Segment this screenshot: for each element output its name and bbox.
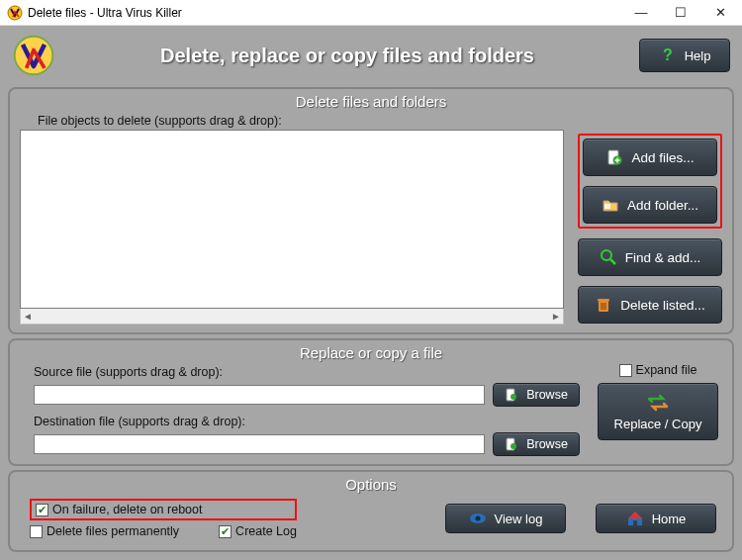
source-file-label: Source file (supports drag & drop): xyxy=(34,365,580,379)
checkbox-checked-icon: ✔ xyxy=(219,525,232,538)
dest-file-label: Destination file (supports drag & drop): xyxy=(34,415,580,428)
options-panel-title: Options xyxy=(20,476,722,493)
close-button[interactable]: ✕ xyxy=(700,1,740,25)
svg-point-6 xyxy=(602,250,611,260)
replace-panel-title: Replace or copy a file xyxy=(20,344,722,361)
replace-copy-label: Replace / Copy xyxy=(614,417,702,431)
svg-line-7 xyxy=(610,259,615,264)
svg-point-1 xyxy=(15,37,53,75)
home-label: Home xyxy=(652,512,687,526)
delete-files-panel: Delete files and folders File objects to… xyxy=(8,87,734,334)
dest-file-input[interactable] xyxy=(34,434,485,454)
add-buttons-highlight: Add files... Add folder... xyxy=(578,134,722,229)
title-bar: Delete files - Ultra Virus Killer — ☐ ✕ xyxy=(0,0,742,26)
home-icon xyxy=(626,511,644,526)
svg-point-15 xyxy=(510,394,516,400)
file-icon xyxy=(505,437,518,451)
create-log-checkbox[interactable]: ✔ Create Log xyxy=(219,524,297,538)
browse-dest-label: Browse xyxy=(526,437,568,451)
replace-copy-button[interactable]: Replace / Copy xyxy=(598,383,718,440)
view-log-button[interactable]: View log xyxy=(445,504,566,533)
app-logo-icon xyxy=(12,34,55,77)
delete-permanently-label: Delete files permanently xyxy=(46,524,179,538)
file-objects-list[interactable] xyxy=(20,130,564,309)
help-icon: ? xyxy=(659,47,677,64)
svg-rect-9 xyxy=(598,299,609,302)
replace-arrows-icon xyxy=(645,393,671,413)
svg-point-17 xyxy=(510,443,516,449)
help-button-label: Help xyxy=(685,48,711,63)
maximize-button[interactable]: ☐ xyxy=(661,1,700,25)
search-icon xyxy=(600,248,617,266)
find-add-label: Find & add... xyxy=(625,250,701,265)
home-button[interactable]: Home xyxy=(596,504,716,533)
header: Delete, replace or copy files and folder… xyxy=(8,32,734,83)
delete-listed-button[interactable]: Delete listed... xyxy=(578,286,722,324)
view-log-label: View log xyxy=(495,512,543,526)
checkbox-icon xyxy=(30,525,43,538)
delete-listed-label: Delete listed... xyxy=(620,298,705,313)
delete-permanently-checkbox[interactable]: Delete files permanently xyxy=(30,524,179,538)
file-icon xyxy=(505,388,518,402)
add-folder-button[interactable]: Add folder... xyxy=(583,186,717,224)
on-failure-highlight: ✔ On failure, delete on reboot xyxy=(30,499,297,520)
file-plus-icon xyxy=(605,148,623,166)
svg-rect-5 xyxy=(604,204,610,209)
svg-text:?: ? xyxy=(663,47,673,63)
svg-point-19 xyxy=(475,516,480,521)
browse-source-label: Browse xyxy=(526,388,568,402)
horizontal-scrollbar[interactable]: ◄► xyxy=(20,309,564,325)
expand-file-checkbox[interactable]: Expand file xyxy=(619,363,697,377)
add-folder-label: Add folder... xyxy=(627,198,698,213)
eye-icon xyxy=(469,512,487,525)
replace-copy-panel: Replace or copy a file Source file (supp… xyxy=(8,338,734,466)
on-failure-label: On failure, delete on reboot xyxy=(52,503,203,516)
find-add-button[interactable]: Find & add... xyxy=(578,238,722,276)
options-panel: Options ✔ On failure, delete on reboot D… xyxy=(8,470,734,552)
file-list-label: File objects to delete (supports drag & … xyxy=(38,114,722,128)
minimize-button[interactable]: — xyxy=(621,1,661,25)
window-title: Delete files - Ultra Virus Killer xyxy=(28,6,621,20)
add-files-label: Add files... xyxy=(631,150,694,165)
add-files-button[interactable]: Add files... xyxy=(583,139,717,176)
help-button[interactable]: ? Help xyxy=(639,39,730,72)
checkbox-icon xyxy=(619,364,632,377)
checkbox-checked-icon: ✔ xyxy=(36,504,48,516)
trash-icon xyxy=(595,296,612,314)
source-file-input[interactable] xyxy=(34,385,485,405)
expand-file-label: Expand file xyxy=(636,363,697,377)
create-log-label: Create Log xyxy=(235,524,297,538)
browse-dest-button[interactable]: Browse xyxy=(493,432,580,456)
on-failure-checkbox[interactable]: ✔ On failure, delete on reboot xyxy=(36,503,203,516)
app-icon xyxy=(7,5,23,21)
browse-source-button[interactable]: Browse xyxy=(493,383,580,407)
folder-icon xyxy=(602,196,619,214)
delete-panel-title: Delete files and folders xyxy=(20,93,722,110)
page-title: Delete, replace or copy files and folder… xyxy=(65,45,629,67)
